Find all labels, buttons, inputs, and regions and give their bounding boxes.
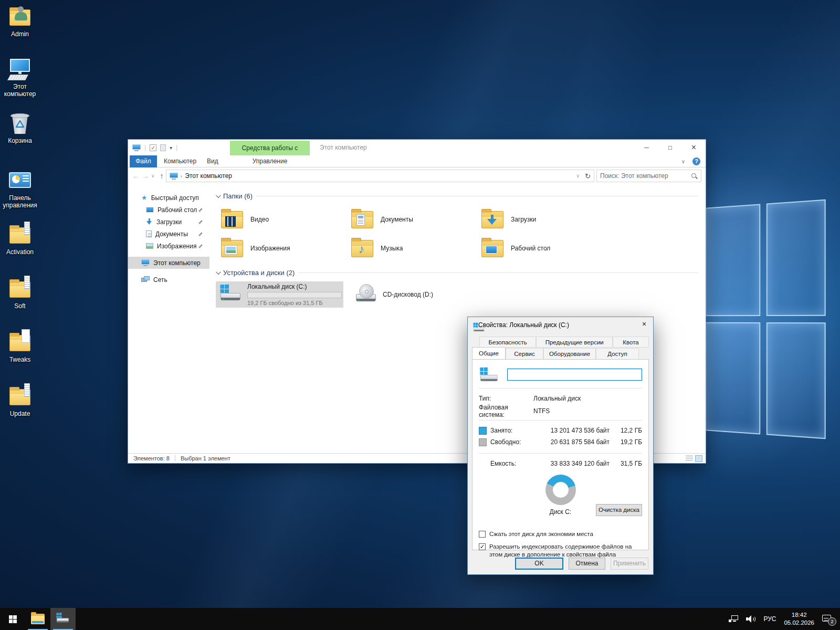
taskbar-file-explorer[interactable]	[25, 608, 50, 630]
recent-locations-icon[interactable]: ∨	[151, 173, 155, 178]
group-title: Устройства и диски (2)	[223, 269, 295, 277]
free-size: 19,2 ГБ	[612, 438, 642, 446]
dialog-titlebar[interactable]: Свойства: Локальный диск (C:) ×	[468, 317, 653, 333]
explorer-titlebar[interactable]: | ✓ ▾ | Средства работы с дисками Этот к…	[128, 140, 706, 155]
desktop-icon-tweaks[interactable]: Tweaks	[1, 331, 39, 364]
search-icon[interactable]	[691, 173, 698, 180]
expand-ribbon-icon[interactable]: ∨	[681, 159, 685, 164]
used-space-row: Занято: 13 201 473 536 байт 12,2 ГБ	[479, 425, 642, 436]
ok-button[interactable]: OK	[515, 558, 563, 570]
sidebar-item-label: Этот компьютер	[153, 259, 201, 267]
sidebar-item-downloads[interactable]: Загрузки	[128, 216, 209, 228]
address-field[interactable]: › Этот компьютер ∨ ↻	[166, 170, 594, 182]
tab-quota[interactable]: Квота	[613, 337, 649, 348]
dialog-title: Свойства: Локальный диск (C:)	[478, 321, 569, 329]
drive-tile-c[interactable]: Локальный диск (C:) 19,2 ГБ свободно из …	[216, 281, 343, 308]
help-icon[interactable]: ?	[692, 158, 700, 165]
index-checkbox-row[interactable]: ✓ Разрешить индексировать содержимое фай…	[479, 543, 642, 559]
used-color-swatch	[479, 427, 487, 435]
compress-checkbox-row[interactable]: Сжать этот диск для экономии места	[479, 530, 642, 538]
close-icon[interactable]: ×	[635, 317, 653, 331]
free-color-swatch	[479, 438, 487, 446]
desktop-icon-control-panel[interactable]: Панель управления	[1, 169, 39, 209]
start-button[interactable]	[0, 608, 25, 630]
disk-cleanup-button[interactable]: Очистка диска	[596, 504, 642, 516]
desktop-icon-admin[interactable]: Admin	[1, 5, 39, 38]
general-tab-page: Тип: Локальный диск Файловая система: NT…	[472, 359, 649, 550]
group-header-folders[interactable]: Папки (6)	[216, 192, 706, 200]
sidebar-item-pictures[interactable]: Изображения	[128, 240, 209, 252]
status-selection: Выбран 1 элемент	[175, 455, 236, 461]
star-icon: ★	[141, 194, 148, 201]
sidebar-item-network[interactable]: Сеть	[128, 274, 209, 286]
new-item-icon[interactable]	[160, 144, 166, 151]
cancel-button[interactable]: Отмена	[569, 558, 605, 570]
folder-tile-downloads[interactable]: Загрузки	[477, 205, 603, 234]
properties-icon[interactable]: ✓	[150, 144, 156, 151]
sidebar-item-this-pc[interactable]: Этот компьютер	[128, 257, 209, 269]
disk-usage-bar	[247, 292, 342, 298]
clock[interactable]: 18:42 05.02.2026	[784, 611, 814, 627]
breadcrumb[interactable]: Этот компьютер	[185, 172, 232, 180]
folder-tile-video[interactable]: Видео	[217, 205, 343, 234]
checkbox-checked[interactable]: ✓	[479, 543, 486, 550]
details-view-icon[interactable]	[686, 456, 693, 462]
address-dropdown-icon[interactable]: ∨	[576, 173, 580, 178]
taskbar-disk-properties[interactable]	[50, 608, 76, 630]
desktop-icon-soft[interactable]: Soft	[1, 277, 39, 310]
folder-tile-documents[interactable]: Документы	[347, 205, 473, 234]
sidebar-item-documents[interactable]: Документы	[128, 228, 209, 240]
drive-tools-tab[interactable]: Средства работы с дисками	[230, 141, 310, 155]
document-icon	[24, 383, 30, 397]
desktop-icon-label: Корзина	[1, 138, 39, 145]
search-box[interactable]	[596, 170, 701, 182]
tab-tools[interactable]: Сервис	[506, 348, 543, 359]
maximize-button[interactable]: □	[658, 140, 682, 155]
filesystem-label: Файловая система:	[479, 404, 533, 418]
tab-previous-versions[interactable]: Предыдущие версии	[536, 337, 613, 348]
up-button[interactable]: ↑	[160, 172, 164, 180]
search-input[interactable]	[600, 172, 691, 180]
tab-sharing[interactable]: Доступ	[596, 348, 639, 359]
tab-manage[interactable]: Управление	[230, 155, 310, 167]
volume-label-input[interactable]	[507, 369, 642, 381]
checkbox-unchecked[interactable]	[479, 531, 486, 538]
tab-general[interactable]: Общие	[472, 347, 506, 359]
minimize-button[interactable]: ─	[635, 140, 658, 155]
folder-tile-desktop[interactable]: Рабочий стол	[477, 234, 603, 262]
action-center-icon[interactable]: 2	[822, 615, 833, 623]
folder-tile-pictures[interactable]: Изображения	[217, 234, 343, 262]
network-icon[interactable]	[729, 615, 738, 623]
group-header-devices[interactable]: Устройства и диски (2)	[216, 269, 706, 277]
refresh-icon[interactable]: ↻	[585, 172, 591, 180]
tab-security[interactable]: Безопасность	[479, 337, 536, 348]
forward-button[interactable]: →	[142, 172, 149, 180]
close-button[interactable]: ×	[682, 140, 706, 155]
sidebar-item-quick-access[interactable]: ★ Быстрый доступ	[128, 192, 209, 204]
recycle-bin-icon	[8, 112, 32, 136]
page-icon	[22, 329, 30, 343]
drive-tile-d[interactable]: CD-дисковод (D:)	[351, 281, 479, 308]
customize-qat-icon[interactable]: ▾	[170, 145, 172, 151]
computer-icon[interactable]	[132, 144, 141, 151]
computer-icon	[170, 173, 178, 180]
tab-hardware[interactable]: Оборудование	[543, 348, 596, 359]
language-indicator[interactable]: РУС	[763, 615, 776, 623]
windows-logo-art	[706, 200, 826, 439]
drive-free-space: 19,2 ГБ свободно из 31,5 ГБ	[247, 300, 342, 306]
sidebar-item-desktop[interactable]: Рабочий стол	[128, 204, 209, 216]
tab-file[interactable]: Файл	[130, 155, 157, 167]
large-icons-view-icon[interactable]	[695, 455, 702, 462]
desktop-icon-update[interactable]: Update	[1, 385, 39, 418]
volume-icon[interactable]	[746, 615, 755, 623]
tab-view[interactable]: Вид	[207, 155, 218, 167]
tab-computer[interactable]: Компьютер	[164, 155, 196, 167]
apply-button[interactable]: Применить	[611, 558, 648, 570]
back-button[interactable]: ←	[132, 172, 140, 180]
folder-tile-music[interactable]: ♪ Музыка	[347, 234, 473, 262]
desktop-icon-activation[interactable]: Activation	[1, 223, 39, 256]
desktop-icon-this-pc[interactable]: Этот компьютер	[1, 58, 39, 98]
folder-label: Видео	[250, 216, 269, 223]
chevron-down-icon	[216, 269, 221, 275]
desktop-icon-recycle-bin[interactable]: Корзина	[1, 112, 39, 145]
